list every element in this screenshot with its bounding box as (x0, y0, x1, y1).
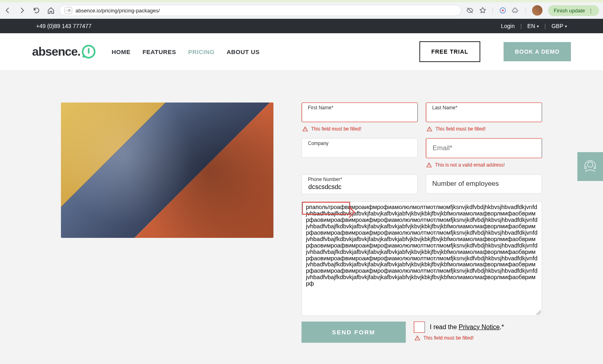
nav-features[interactable]: FEATURES (142, 48, 176, 55)
language-label: EN (527, 23, 535, 29)
phone-label: Phone Number* (308, 177, 342, 182)
svg-point-3 (305, 130, 305, 131)
privacy-text: I read the Privacy Notice.* (430, 324, 504, 331)
main-nav: HOME FEATURES PRICING ABOUT US (111, 48, 259, 55)
forward-icon[interactable] (18, 7, 26, 14)
last-name-error: This field must be filled! (427, 126, 542, 132)
employees-input[interactable] (426, 174, 542, 194)
browser-toolbar: ◦≡ absence.io/pricing/pricing-packages/ … (0, 2, 603, 19)
resize-handle-icon[interactable] (536, 310, 541, 315)
reload-icon[interactable] (33, 7, 40, 14)
site-settings-icon[interactable]: ◦≡ (65, 7, 72, 14)
login-link[interactable]: Login (501, 23, 514, 29)
extensions-puzzle-icon[interactable] (512, 7, 519, 14)
svg-point-7 (429, 166, 429, 167)
privacy-error: This field must be filled! (415, 335, 542, 341)
svg-point-9 (417, 339, 417, 340)
error-text: This field must be filled! (423, 335, 473, 341)
privacy-checkbox[interactable] (414, 322, 425, 333)
back-icon[interactable] (4, 7, 11, 14)
free-trial-button[interactable]: FREE TRIAL (419, 41, 480, 62)
nav-home[interactable]: HOME (111, 48, 130, 55)
bookmark-star-icon[interactable] (479, 7, 486, 14)
error-text: This field must be filled! (435, 126, 486, 132)
error-text: This is not a valid email address! (435, 162, 505, 168)
extension-circle-icon[interactable] (499, 7, 506, 14)
last-name-label: Last Name* (432, 105, 457, 111)
chevron-down-icon: ▾ (537, 24, 539, 28)
eye-hidden-icon[interactable] (466, 7, 473, 14)
email-input[interactable] (426, 138, 542, 158)
currency-label: GBP (551, 23, 563, 29)
nav-pricing[interactable]: PRICING (188, 48, 214, 55)
logo[interactable]: absence. (32, 45, 95, 58)
send-form-button[interactable]: SEND FORM (302, 322, 406, 343)
support-chat-button[interactable] (577, 152, 603, 181)
nav-about[interactable]: ABOUT US (227, 48, 259, 55)
logo-mark-icon (82, 45, 95, 58)
profile-avatar[interactable] (532, 5, 542, 16)
separator: | (520, 23, 522, 29)
headset-icon (582, 159, 598, 175)
privacy-link[interactable]: Privacy Notice (459, 324, 500, 330)
svg-point-1 (502, 10, 504, 12)
error-text: This field must be filled! (311, 126, 361, 132)
language-selector[interactable]: EN ▾ (527, 23, 538, 29)
phone-number: +49 (0)89 143 777477 (36, 23, 91, 29)
address-bar[interactable]: ◦≡ absence.io/pricing/pricing-packages/ (59, 5, 461, 16)
finish-update-button[interactable]: Finish update (548, 5, 599, 16)
first-name-error: This field must be filled! (302, 126, 418, 132)
message-field-wrap (302, 201, 542, 316)
finish-update-label: Finish update (554, 8, 585, 14)
email-error: This is not a valid email address! (426, 162, 542, 168)
company-label: Company (308, 141, 328, 146)
separator: | (544, 23, 546, 29)
message-textarea[interactable] (302, 202, 542, 314)
svg-point-5 (429, 130, 429, 131)
currency-selector[interactable]: GBP ▾ (551, 23, 567, 29)
first-name-label: First Name* (308, 105, 333, 111)
page-content: First Name* Last Name* This field must b… (0, 70, 603, 364)
hero-photo (61, 103, 273, 238)
svg-point-10 (587, 162, 593, 167)
home-icon[interactable] (47, 7, 55, 14)
main-header: absence. HOME FEATURES PRICING ABOUT US … (0, 33, 603, 70)
book-demo-button[interactable]: BOOK A DEMO (504, 42, 571, 61)
url-text: absence.io/pricing/pricing-packages/ (75, 8, 160, 14)
chevron-down-icon: ▾ (565, 24, 567, 28)
utility-bar: +49 (0)89 143 777477 Login | EN ▾ | GBP … (0, 19, 603, 33)
